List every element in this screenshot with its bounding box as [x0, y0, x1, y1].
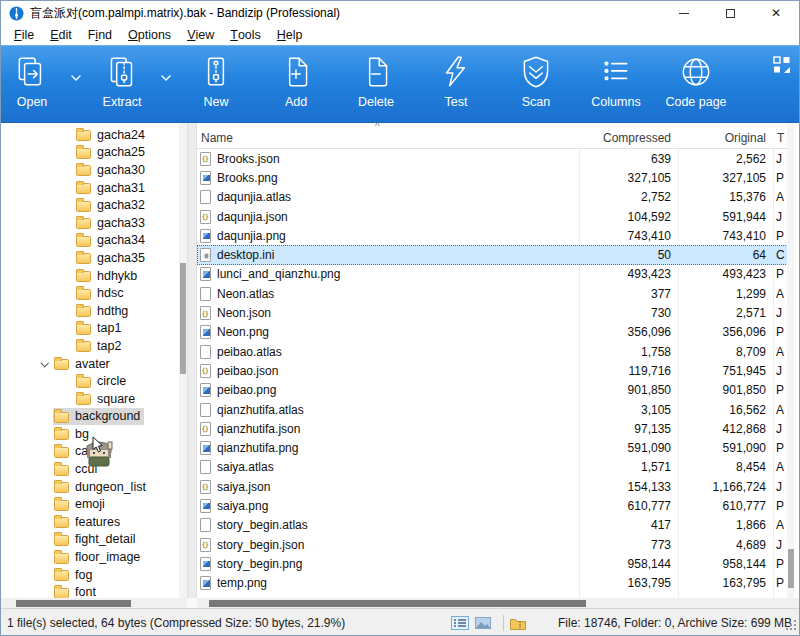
menu-item[interactable]: Find [80, 25, 120, 45]
menu-item[interactable]: Edit [42, 25, 80, 45]
sidebar-folder-item[interactable]: background [1, 408, 179, 426]
file-row[interactable]: qianzhutifa.json 97,135 412,868 J [197, 419, 794, 438]
minimize-button[interactable] [661, 1, 707, 25]
sidebar-folder-item[interactable]: gacha32 [1, 196, 179, 214]
file-row[interactable]: peibao.atlas 1,758 8,709 A [197, 342, 794, 361]
file-row[interactable]: qianzhutifa.atlas 3,105 16,562 A [197, 400, 794, 419]
file-row[interactable]: Neon.atlas 377 1,299 A [197, 284, 794, 303]
resize-grip-icon[interactable] [786, 617, 797, 635]
folder-name: tap1 [97, 321, 121, 335]
file-row[interactable]: story_begin.json 773 4,689 J [197, 535, 794, 554]
sidebar-folder-item[interactable]: emoji [1, 495, 179, 513]
close-button[interactable]: ✕ [753, 1, 799, 25]
sidebar-folder-item[interactable]: card [1, 443, 179, 461]
menu-item[interactable]: View [179, 25, 222, 45]
folder-icon [76, 183, 91, 194]
sidebar-folder-item[interactable]: fog [1, 566, 179, 584]
file-row[interactable]: saiya.json 154,133 1,166,724 J [197, 477, 794, 496]
new-button[interactable]: New [183, 52, 249, 116]
chevron-down-icon[interactable] [35, 355, 53, 372]
pane-splitter[interactable] [187, 123, 197, 598]
sidebar-folder-item[interactable]: gacha35 [1, 249, 179, 267]
sidebar-folder-item[interactable]: dungeon_list [1, 478, 179, 496]
add-button[interactable]: Add [263, 52, 329, 116]
column-header-original[interactable]: Original [678, 131, 773, 145]
sidebar-horizontal-scrollbar[interactable] [1, 598, 187, 608]
file-list-scrollbar-thumb[interactable] [788, 549, 794, 588]
sidebar-folder-item[interactable]: tap2 [1, 337, 179, 355]
extract-dropdown-button[interactable] [151, 52, 181, 104]
file-row[interactable]: Brooks.json 639 2,562 J [197, 149, 794, 168]
column-header-compressed[interactable]: Compressed [579, 131, 678, 145]
menu-item[interactable]: Tools [222, 25, 269, 45]
sidebar-folder-item[interactable]: hdsc [1, 284, 179, 302]
folder-name: gacha24 [97, 128, 145, 142]
sidebar-folder-item[interactable]: floor_image [1, 548, 179, 566]
sidebar-folder-item[interactable]: gacha34 [1, 232, 179, 250]
file-row[interactable]: daqunjia.png 743,410 743,410 P [197, 226, 794, 245]
sidebar-folder-item[interactable]: font [1, 583, 179, 598]
delete-button[interactable]: Delete [343, 52, 409, 116]
file-row[interactable]: saiya.atlas 1,571 8,454 A [197, 458, 794, 477]
sidebar-hscroll-thumb[interactable] [16, 600, 131, 607]
file-compressed-size: 377 [579, 287, 678, 301]
sidebar-folder-item[interactable]: gacha24 [1, 126, 179, 144]
sidebar-folder-item[interactable]: square [1, 390, 179, 408]
file-row[interactable]: peibao.json 119,716 751,945 J [197, 361, 794, 380]
sidebar-folder-item[interactable]: features [1, 513, 179, 531]
folder-icon [76, 253, 91, 264]
archive-folder-button[interactable] [510, 617, 526, 630]
test-button[interactable]: Test [423, 52, 489, 116]
sidebar-scrollbar-thumb[interactable] [180, 263, 186, 374]
thumbnail-view-button[interactable] [475, 617, 491, 629]
sidebar-folder-item[interactable]: gacha33 [1, 214, 179, 232]
sidebar-vertical-scrollbar[interactable] [179, 123, 187, 598]
file-list-horizontal-scrollbar[interactable] [197, 598, 800, 608]
details-view-button[interactable] [451, 616, 469, 630]
extract-icon [103, 52, 141, 92]
sidebar-folder-item[interactable]: gacha31 [1, 179, 179, 197]
file-row[interactable]: daqunjia.json 104,592 591,944 J [197, 207, 794, 226]
file-original-size: 2,571 [678, 306, 773, 320]
codepage-button[interactable]: Code page [653, 52, 739, 116]
file-row[interactable]: story_begin.atlas 417 1,866 A [197, 516, 794, 535]
sidebar-folder-item[interactable]: hdthg [1, 302, 179, 320]
sidebar-folder-item[interactable]: ccui [1, 460, 179, 478]
sidebar-folder-item[interactable]: gacha25 [1, 144, 179, 162]
layout-toggle-button[interactable] [773, 56, 791, 78]
open-dropdown-button[interactable] [61, 52, 91, 104]
file-row[interactable]: Neon.png 356,096 356,096 P [197, 323, 794, 342]
file-row[interactable]: qianzhutifa.png 591,090 591,090 P [197, 438, 794, 457]
file-icon [200, 325, 211, 339]
file-row[interactable]: temp.png 163,795 163,795 P [197, 574, 794, 593]
sidebar-folder-item[interactable]: bg [1, 425, 179, 443]
menu-item[interactable]: Options [120, 25, 179, 45]
file-list-vertical-scrollbar[interactable] [787, 123, 794, 598]
file-row[interactable]: desktop.ini 50 64 C [197, 245, 794, 264]
file-compressed-size: 743,410 [579, 229, 678, 243]
menu-item[interactable]: File [6, 25, 42, 45]
sidebar-folder-item[interactable]: hdhykb [1, 267, 179, 285]
file-row[interactable]: lunci_and_qianzhu.png 493,423 493,423 P [197, 265, 794, 284]
file-icon [200, 287, 211, 301]
scan-button[interactable]: Scan [503, 52, 569, 116]
file-row[interactable]: Brooks.png 327,105 327,105 P [197, 168, 794, 187]
column-header-name[interactable]: Name [197, 131, 579, 145]
sidebar-folder-item[interactable]: avater [1, 355, 179, 373]
sidebar-folder-item[interactable]: tap1 [1, 320, 179, 338]
columns-button[interactable]: Columns [583, 52, 649, 116]
sidebar-folder-item[interactable]: gacha30 [1, 161, 179, 179]
open-button[interactable]: Open [3, 52, 61, 116]
bandizip-app-icon [9, 6, 24, 21]
sidebar-folder-item[interactable]: circle [1, 372, 179, 390]
extract-button[interactable]: Extract [93, 52, 151, 116]
file-row[interactable]: story_begin.png 958,144 958,144 P [197, 554, 794, 573]
sidebar-folder-item[interactable]: fight_detail [1, 531, 179, 549]
file-row[interactable]: peibao.png 901,850 901,850 P [197, 381, 794, 400]
file-row[interactable]: Neon.json 730 2,571 J [197, 303, 794, 322]
file-list-hscroll-thumb[interactable] [209, 600, 586, 607]
file-row[interactable]: daqunjia.atlas 2,752 15,376 A [197, 188, 794, 207]
menu-item[interactable]: Help [269, 25, 311, 45]
maximize-button[interactable] [707, 1, 753, 25]
file-row[interactable]: saiya.png 610,777 610,777 P [197, 496, 794, 515]
